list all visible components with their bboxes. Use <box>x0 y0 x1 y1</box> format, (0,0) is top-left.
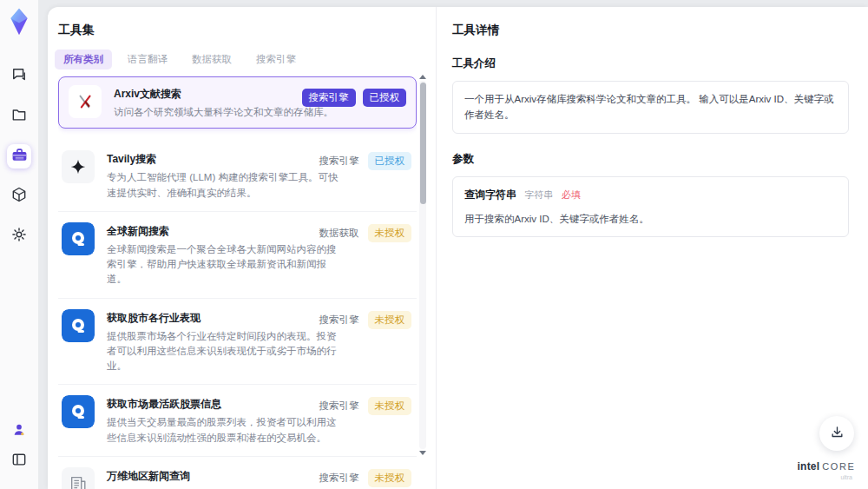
tab-category-1[interactable]: 语言翻译 <box>119 50 176 69</box>
tool-intro-text: 一个用于从Arxiv存储库搜索科学论文和文章的工具。 输入可以是Arxiv ID… <box>464 94 834 120</box>
toolbox-icon <box>10 146 29 168</box>
tools-pane: 工具集 所有类别语言翻译数据获取搜索引擎 Arxiv文献搜索访问各个研究领域大量… <box>48 7 436 489</box>
sidebar-item-collapse[interactable] <box>7 449 31 473</box>
sidebar-item-user[interactable] <box>7 420 31 444</box>
gear-icon <box>10 226 28 247</box>
intel-core-logo: intelcore ultra <box>793 457 859 481</box>
tool-text: 万维地区新闻查询查询具体行政区划内的新闻，快速了解各地新闻动 <box>107 467 339 489</box>
sidebar-item-files[interactable] <box>7 104 31 129</box>
category-badge: 数据获取 <box>319 227 359 240</box>
tool-badges: 搜索引擎未授权 <box>319 397 412 415</box>
tool-text: 获取股市各行业表现提供股票市场各个行业在特定时间段内的表现。投资者可以利用这些信… <box>107 309 339 374</box>
tool-name: 万维地区新闻查询 <box>107 469 339 484</box>
tool-name: 全球新闻搜索 <box>107 224 339 239</box>
tab-category-2[interactable]: 数据获取 <box>183 50 240 69</box>
status-badge: 未授权 <box>368 311 412 329</box>
details-pane: 工具详情 工具介绍 一个用于从Arxiv存储库搜索科学论文和文章的工具。 输入可… <box>436 7 868 489</box>
tool-list-item[interactable]: 获取股市各行业表现提供股票市场各个行业在特定时间段内的表现。投资者可以利用这些信… <box>58 299 417 386</box>
tool-badges: 数据获取未授权 <box>319 224 412 242</box>
tool-name: Tavily搜索 <box>107 152 339 167</box>
tool-description: 提供股票市场各个行业在特定时间段内的表现。投资者可以利用这些信息来识别表现优于或… <box>107 329 339 374</box>
sidebar <box>0 0 38 489</box>
sidebar-nav <box>7 64 31 248</box>
category-badge: 搜索引擎 <box>319 314 359 327</box>
tavily-icon <box>62 150 95 183</box>
app-logo <box>5 7 33 40</box>
page-title: 工具集 <box>58 23 436 38</box>
tool-name: 获取股市各行业表现 <box>107 311 339 326</box>
tool-list: Arxiv文献搜索访问各个研究领域大量科学论文和文章的存储库。搜索引擎已授权Ta… <box>58 76 417 489</box>
brand-tier: ultra <box>793 474 859 481</box>
tool-name: 获取市场最活跃股票信息 <box>107 397 339 412</box>
tool-text: 全球新闻搜索全球新闻搜索是一个聚合全球各大新闻网站内容的搜索引擎，帮助用户快速获… <box>107 222 339 287</box>
scroll-up-arrow[interactable] <box>419 75 426 79</box>
params-heading: 参数 <box>452 152 849 167</box>
folder-icon <box>10 106 28 127</box>
param-required-badge: 必填 <box>562 189 581 200</box>
param-type: 字符串 <box>524 189 553 200</box>
tool-description: 提供当天交易量最高的股票列表，投资者可以利用这些信息来识别流动性强的股票和潜在的… <box>107 415 339 446</box>
scrollbar-track[interactable] <box>419 81 426 449</box>
status-badge: 未授权 <box>368 397 412 415</box>
tool-badges: 搜索引擎已授权 <box>302 89 407 107</box>
category-tabs: 所有类别语言翻译数据获取搜索引擎 <box>55 50 436 69</box>
tool-description: 全球新闻搜索是一个聚合全球各大新闻网站内容的搜索引擎，帮助用户快速获取全球最新资… <box>107 242 339 287</box>
brand-series: core <box>822 461 855 472</box>
sidebar-item-chat[interactable] <box>7 64 31 89</box>
tool-badges: 搜索引擎未授权 <box>319 469 412 487</box>
category-badge: 搜索引擎 <box>302 89 356 107</box>
tool-description: 专为人工智能代理 (LLM) 构建的搜索引擎工具。可快速提供实时、准确和真实的结… <box>107 170 339 201</box>
package-icon <box>10 186 28 207</box>
tool-text: 获取市场最活跃股票信息提供当天交易量最高的股票列表，投资者可以利用这些信息来识别… <box>107 395 339 446</box>
param-box: 查询字符串 字符串 必填 用于搜索的Arxiv ID、关键字或作者姓名。 <box>452 176 849 238</box>
download-icon <box>830 425 845 443</box>
tool-description: 访问各个研究领域大量科学论文和文章的存储库。 <box>114 105 346 120</box>
bluesearch-icon <box>62 309 95 342</box>
param-header: 查询字符串 字符串 必填 <box>464 187 837 203</box>
scrollbar-thumb[interactable] <box>420 83 426 204</box>
sidebar-item-settings[interactable] <box>7 224 31 248</box>
status-badge: 未授权 <box>368 224 412 242</box>
tool-intro-box: 一个用于从Arxiv存储库搜索科学论文和文章的工具。 输入可以是Arxiv ID… <box>452 81 849 134</box>
intro-heading: 工具介绍 <box>452 56 849 71</box>
tool-list-item[interactable]: Tavily搜索专为人工智能代理 (LLM) 构建的搜索引擎工具。可快速提供实时… <box>58 140 417 212</box>
details-title: 工具详情 <box>452 23 849 38</box>
sidebar-item-tools[interactable] <box>7 144 31 169</box>
panel-collapse-icon <box>10 451 28 472</box>
bluesearch-icon <box>62 395 95 428</box>
status-badge: 已授权 <box>368 152 412 170</box>
tool-list-item[interactable]: Arxiv文献搜索访问各个研究领域大量科学论文和文章的存储库。搜索引擎已授权 <box>58 76 417 129</box>
param-name: 查询字符串 <box>464 188 516 201</box>
tool-badges: 搜索引擎未授权 <box>319 311 412 329</box>
tab-category-0[interactable]: 所有类别 <box>55 50 112 69</box>
scroll-down-arrow[interactable] <box>419 451 426 455</box>
main-panel: 工具集 所有类别语言翻译数据获取搜索引擎 Arxiv文献搜索访问各个研究领域大量… <box>48 7 868 489</box>
scrollbar[interactable] <box>418 75 427 455</box>
tool-list-item[interactable]: 万维地区新闻查询查询具体行政区划内的新闻，快速了解各地新闻动搜索引擎未授权 <box>58 457 417 489</box>
brand-maker: intel <box>798 460 820 472</box>
category-badge: 搜索引擎 <box>319 155 359 168</box>
bluesearch-icon <box>62 222 95 255</box>
sidebar-item-packages[interactable] <box>7 184 31 208</box>
param-description: 用于搜索的Arxiv ID、关键字或作者姓名。 <box>464 211 837 227</box>
tool-list-item[interactable]: 全球新闻搜索全球新闻搜索是一个聚合全球各大新闻网站内容的搜索引擎，帮助用户快速获… <box>58 212 417 299</box>
download-button[interactable] <box>819 416 854 451</box>
category-badge: 搜索引擎 <box>319 472 359 485</box>
status-badge: 已授权 <box>363 89 407 107</box>
category-badge: 搜索引擎 <box>319 400 359 413</box>
chat-icon <box>10 66 28 87</box>
user-icon <box>10 421 28 442</box>
tool-badges: 搜索引擎已授权 <box>319 152 412 170</box>
news-icon <box>62 467 95 489</box>
arxiv-icon <box>69 85 102 118</box>
status-badge: 未授权 <box>368 469 412 487</box>
tool-list-item[interactable]: 获取市场最活跃股票信息提供当天交易量最高的股票列表，投资者可以利用这些信息来识别… <box>58 385 417 457</box>
tab-category-3[interactable]: 搜索引擎 <box>247 50 305 69</box>
sidebar-bottom <box>7 420 31 473</box>
tool-text: Tavily搜索专为人工智能代理 (LLM) 构建的搜索引擎工具。可快速提供实时… <box>107 150 339 201</box>
